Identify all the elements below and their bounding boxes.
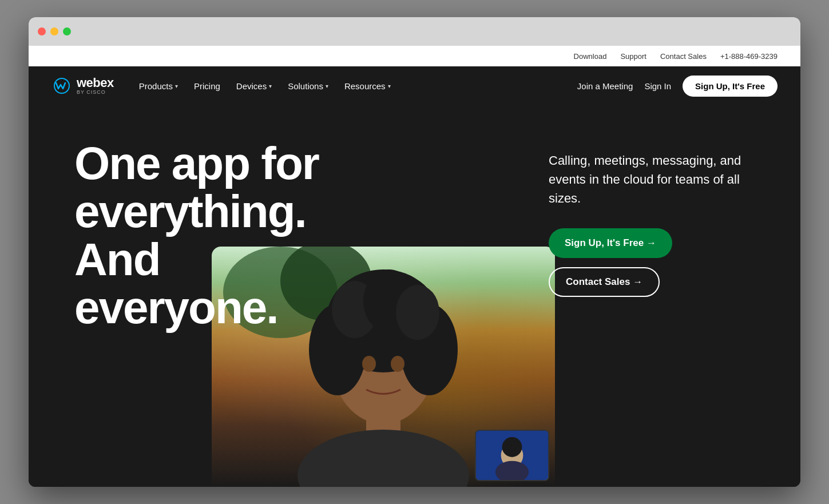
nav-resources[interactable]: Resources ▾ — [338, 77, 398, 96]
nav-devices-label: Devices — [236, 81, 267, 91]
nav-pricing[interactable]: Pricing — [187, 77, 227, 96]
hero-section: One app for everything. And everyone. Ca… — [29, 105, 800, 487]
logo-cisco: by CISCO — [77, 89, 114, 95]
nav-right: Join a Meeting Sign In Sign Up, It's Fre… — [577, 76, 778, 97]
maximize-button-icon[interactable] — [63, 27, 71, 35]
nav-solutions-label: Solutions — [288, 81, 323, 91]
nav-devices[interactable]: Devices ▾ — [229, 77, 279, 96]
logo-area[interactable]: webex by CISCO — [51, 77, 114, 95]
main-nav: webex by CISCO Products ▾ Pricing Device… — [29, 66, 800, 105]
logo-wordmark: webex — [77, 77, 114, 89]
nav-products[interactable]: Products ▾ — [132, 77, 185, 96]
browser-chrome — [29, 17, 800, 46]
nav-signup-button[interactable]: Sign Up, It's Free — [683, 76, 778, 97]
browser-content: Download Support Contact Sales +1-888-46… — [29, 46, 800, 487]
contact-sales-link[interactable]: Contact Sales — [660, 52, 707, 61]
nav-products-label: Products — [139, 81, 173, 91]
sign-in-link[interactable]: Sign In — [644, 81, 671, 91]
utility-bar: Download Support Contact Sales +1-888-46… — [29, 46, 800, 66]
nav-solutions[interactable]: Solutions ▾ — [281, 77, 335, 96]
solutions-chevron-icon: ▾ — [326, 83, 328, 89]
hero-left: One app for everything. And everyone. — [74, 140, 549, 487]
webex-logo-icon — [51, 78, 72, 94]
devices-chevron-icon: ▾ — [269, 83, 272, 89]
hero-subtext: Calling, meetings, messaging, and events… — [549, 151, 743, 208]
nav-pricing-label: Pricing — [194, 81, 220, 91]
browser-window: Download Support Contact Sales +1-888-46… — [29, 17, 800, 487]
join-meeting-link[interactable]: Join a Meeting — [577, 81, 633, 91]
nav-links: Products ▾ Pricing Devices ▾ Solutions ▾… — [132, 77, 577, 96]
support-link[interactable]: Support — [620, 52, 646, 61]
hero-right: Calling, meetings, messaging, and events… — [549, 140, 778, 487]
hero-signup-button[interactable]: Sign Up, It's Free → — [549, 228, 672, 258]
close-button-icon[interactable] — [38, 27, 46, 35]
hero-contact-sales-button[interactable]: Contact Sales → — [549, 267, 660, 297]
download-link[interactable]: Download — [574, 52, 607, 61]
nav-resources-label: Resources — [344, 81, 386, 91]
products-chevron-icon: ▾ — [175, 83, 178, 89]
minimize-button-icon[interactable] — [50, 27, 58, 35]
hero-headline: One app for everything. And everyone. — [74, 140, 360, 332]
resources-chevron-icon: ▾ — [388, 83, 391, 89]
phone-link[interactable]: +1-888-469-3239 — [720, 52, 778, 61]
logo-text: webex by CISCO — [77, 77, 114, 95]
